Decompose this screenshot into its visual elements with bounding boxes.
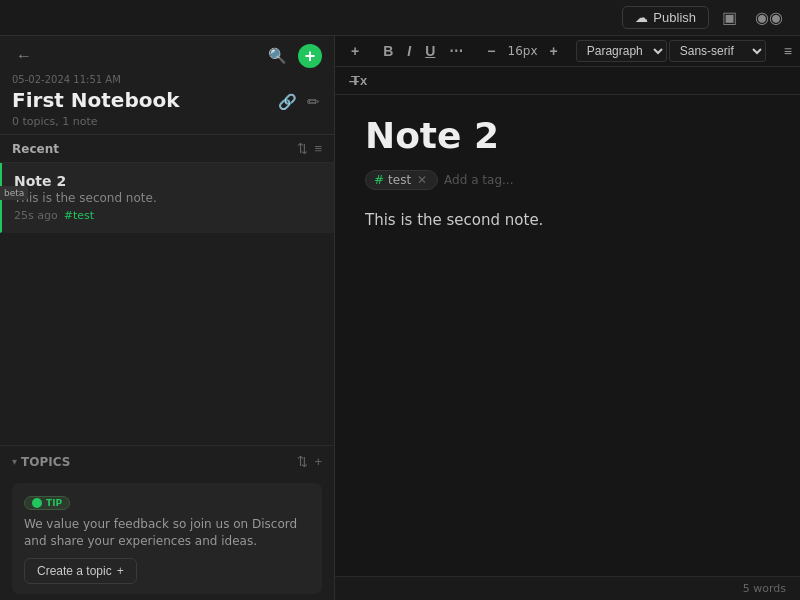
topics-label-row: ▾ TOPICS (12, 455, 70, 469)
beta-tag: beta (0, 186, 28, 200)
sort-button[interactable]: ⇅ (297, 141, 308, 156)
sidebar-nav: ← 🔍 + (12, 44, 322, 68)
tip-badge-label: TIP (46, 498, 62, 508)
tag-remove-button[interactable]: ✕ (415, 173, 429, 187)
note-tag[interactable]: #test (64, 209, 94, 222)
note-item-title: Note 2 (14, 173, 322, 189)
tag-add-placeholder[interactable]: Add a tag... (444, 173, 513, 187)
tip-circle-icon (32, 498, 42, 508)
bold-button[interactable]: B (377, 40, 399, 62)
main-layout: beta ← 🔍 + 05-02-2024 11:51 AM First No (0, 36, 800, 600)
tag-chip: # test ✕ (365, 170, 438, 190)
add-note-button[interactable]: + (298, 44, 322, 68)
add-icon: + (305, 46, 316, 67)
tip-badge: TIP (24, 496, 70, 510)
note-body[interactable]: This is the second note. (365, 208, 770, 232)
word-count: 5 words (743, 582, 786, 595)
font-family-select[interactable]: Sans-serif Serif Monospace (669, 40, 766, 62)
minus-icon: − (487, 43, 495, 59)
sidebar-header: ← 🔍 + 05-02-2024 11:51 AM First Notebook… (0, 36, 334, 135)
list-icon: ≡ (784, 43, 792, 59)
font-size-row: − 16px + (481, 40, 563, 62)
publish-button[interactable]: ☁ Publish (622, 6, 709, 29)
note-item[interactable]: Note 2 This is the second note. 25s ago … (0, 163, 334, 233)
topics-add-icon: + (314, 454, 322, 469)
editor-toolbar-2: T̶x (335, 67, 800, 95)
publish-label: Publish (653, 10, 696, 25)
note-time: 25s ago (14, 209, 58, 222)
back-button[interactable]: ← (12, 45, 36, 67)
layout-toggle-button[interactable]: ▣ (717, 5, 742, 30)
underline-icon: U (425, 43, 435, 59)
topics-add-button[interactable]: + (314, 454, 322, 469)
more-icon: ⋯ (449, 43, 463, 59)
tip-box: TIP We value your feedback so join us on… (12, 483, 322, 594)
tag-hash-icon: # (374, 173, 384, 187)
list-icon: ≡ (314, 141, 322, 156)
view-toggle-button[interactable]: ◉◉ (750, 5, 788, 30)
search-button[interactable]: 🔍 (263, 45, 292, 67)
font-size-label: 16px (504, 42, 542, 60)
note-item-preview: This is the second note. (14, 191, 322, 205)
clear-format-button[interactable]: T̶x (345, 70, 373, 91)
chevron-down-icon: ▾ (12, 456, 17, 467)
toolbar-add-button[interactable]: + (345, 40, 365, 62)
create-topic-plus-icon: + (117, 564, 124, 578)
notebook-meta: 0 topics, 1 note (12, 115, 322, 128)
font-size-increase-button[interactable]: + (544, 40, 564, 62)
sidebar: beta ← 🔍 + 05-02-2024 11:51 AM First No (0, 36, 335, 600)
topics-header: ▾ TOPICS ⇅ + (0, 446, 334, 477)
recent-label: Recent (12, 142, 59, 156)
note-list: Note 2 This is the second note. 25s ago … (0, 163, 334, 445)
search-icon: 🔍 (268, 47, 287, 64)
underline-button[interactable]: U (419, 40, 441, 62)
edit-button[interactable]: ✏ (305, 91, 322, 113)
topics-sort-icon: ⇅ (297, 454, 308, 469)
layout-icon: ▣ (722, 9, 737, 26)
tip-text: We value your feedback so join us on Dis… (24, 516, 310, 550)
topics-sort-button[interactable]: ⇅ (297, 454, 308, 469)
italic-button[interactable]: I (401, 40, 417, 62)
paragraph-style-select[interactable]: Paragraph Heading 1 Heading 2 (576, 40, 667, 62)
topics-label: TOPICS (21, 455, 70, 469)
create-topic-label: Create a topic (37, 564, 112, 578)
editor-area: + B I U ⋯ − 16px + (335, 36, 800, 600)
font-size-decrease-button[interactable]: − (481, 40, 501, 62)
status-bar: 5 words (335, 576, 800, 600)
italic-icon: I (407, 43, 411, 59)
tags-row: # test ✕ Add a tag... (365, 170, 770, 190)
list-view-button[interactable]: ≡ (314, 141, 322, 156)
editor-content[interactable]: Note 2 # test ✕ Add a tag... This is the… (335, 95, 800, 576)
section-icons: ⇅ ≡ (297, 141, 322, 156)
plus-icon: + (550, 43, 558, 59)
bold-icon: B (383, 43, 393, 59)
editor-toolbar: + B I U ⋯ − 16px + (335, 36, 800, 67)
create-topic-button[interactable]: Create a topic + (24, 558, 137, 584)
note-editor-title: Note 2 (365, 115, 770, 156)
clear-format-icon: T̶x (351, 73, 367, 88)
notebook-actions: 🔗 ✏ (276, 91, 322, 113)
back-arrow-icon: ← (16, 47, 32, 64)
publish-cloud-icon: ☁ (635, 10, 648, 25)
link-icon: 🔗 (278, 93, 297, 110)
top-bar: ☁ Publish ▣ ◉◉ (0, 0, 800, 36)
notebook-title: First Notebook (12, 88, 180, 112)
more-button[interactable]: ⋯ (443, 40, 469, 62)
topics-section: ▾ TOPICS ⇅ + TIP We value your fe (0, 445, 334, 600)
sort-icon: ⇅ (297, 141, 308, 156)
tag-name: test (388, 173, 411, 187)
sidebar-top-icons: 🔍 + (263, 44, 322, 68)
link-button[interactable]: 🔗 (276, 91, 299, 113)
view-icon: ◉◉ (755, 9, 783, 26)
note-item-meta: 25s ago #test (14, 209, 322, 222)
topics-icons: ⇅ + (297, 454, 322, 469)
notebook-title-row: First Notebook 🔗 ✏ (12, 88, 322, 115)
edit-icon: ✏ (307, 93, 320, 110)
add-element-icon: + (351, 43, 359, 59)
notebook-date: 05-02-2024 11:51 AM (12, 74, 322, 85)
list-button[interactable]: ≡ (778, 40, 798, 62)
recent-section-header: Recent ⇅ ≡ (0, 135, 334, 163)
